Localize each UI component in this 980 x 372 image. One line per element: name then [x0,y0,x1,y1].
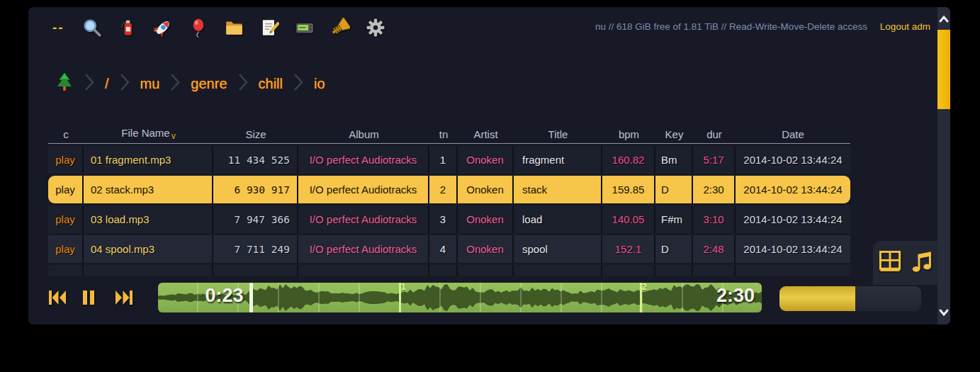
pause-button[interactable] [81,289,100,306]
table-row[interactable]: play01 fragment.mp311 434 525I/O perfect… [48,146,850,174]
music-view-icon[interactable] [911,249,933,276]
cell-title: stack [514,176,602,203]
cell-tn: 3 [429,205,458,233]
gear-icon[interactable] [365,17,386,38]
cue-marker[interactable]: 2 [640,283,642,312]
cell-c[interactable]: play [48,146,84,174]
column-header[interactable]: Size [213,128,298,140]
chevron-right-icon [82,72,96,96]
column-header[interactable]: File Namev [84,127,213,141]
column-header[interactable]: tn [429,128,458,140]
scroll-up-icon[interactable] [937,10,950,28]
chevron-right-icon [236,72,250,96]
cell-bpm: 160.82 [602,146,655,174]
balloon-icon[interactable] [188,17,209,38]
chevron-right-icon [291,72,305,96]
cell-c[interactable]: play [48,205,84,233]
cell-file_name[interactable]: 02 stack.mp3 [84,176,213,203]
cell-size: 7 711 249 [213,235,298,263]
cell-size: 6 930 917 [213,176,298,203]
cell-size: 11 434 525 [213,146,298,174]
cell-size: 7 947 366 [213,205,298,233]
breadcrumb: / mu genre chill io [54,71,327,97]
breadcrumb-item[interactable]: / [103,76,111,92]
logout-link[interactable]: Logout adm [880,21,930,32]
previous-track-button[interactable] [48,289,67,306]
app-window: -- [28,7,950,325]
column-header[interactable]: dur [693,128,736,140]
volume-slider[interactable] [779,286,921,311]
cue-label: 1 [401,283,406,292]
column-header[interactable]: bpm [602,128,655,140]
breadcrumb-item[interactable]: genre [189,76,228,92]
search-icon[interactable] [81,17,103,38]
folder-icon[interactable] [223,17,244,38]
cell-album: I/O perfect Audiotracks [298,205,429,233]
cell-album: I/O perfect Audiotracks [298,235,429,263]
column-header[interactable]: Title [514,128,602,140]
table-row[interactable]: play04 spool.mp37 711 249I/O perfect Aud… [48,235,850,263]
column-header[interactable]: Key [655,128,693,140]
trumpet-icon[interactable] [330,17,351,38]
rocket-icon[interactable] [152,17,174,38]
table-body: play01 fragment.mp311 434 525I/O perfect… [48,146,850,276]
overflow-menu-button[interactable]: -- [50,20,67,35]
pager-icon[interactable] [294,17,315,38]
next-track-button[interactable] [115,289,133,306]
fire-extinguisher-icon[interactable] [117,17,138,38]
cell-artist: Onoken [458,235,514,263]
cell-c[interactable]: play [48,235,84,263]
cell-bpm: 140.05 [602,205,655,233]
cell-key: F#m [655,205,693,233]
cell-date: 2014-10-02 13:44:24 [736,205,850,233]
breadcrumb-item[interactable]: chill [257,76,284,92]
cell-dur: 2:48 [693,235,736,263]
cell-bpm: 152.1 [602,235,655,263]
cell-album: I/O perfect Audiotracks [298,176,429,203]
column-header[interactable]: Album [298,128,429,140]
playhead[interactable] [249,283,253,312]
tree-icon[interactable] [54,71,75,97]
table-row [48,265,850,276]
cell-tn: 2 [429,176,458,203]
column-header[interactable]: c [48,128,84,140]
cell-file_name[interactable]: 04 spool.mp3 [84,235,213,263]
table-row[interactable]: play03 load.mp37 947 366I/O perfect Audi… [48,205,850,233]
table-header: cFile NamevSizeAlbumtnArtistTitlebpmKeyd… [48,125,850,144]
cell-file_name[interactable]: 01 fragment.mp3 [84,146,213,174]
scroll-down-icon[interactable] [937,303,950,322]
scrollbar-thumb[interactable] [937,30,950,109]
cue-marker[interactable]: 1 [399,283,401,312]
cell-artist: Onoken [458,205,514,233]
table-view-icon[interactable] [878,249,902,277]
chevron-right-icon [118,72,132,96]
cell-artist: Onoken [458,176,514,203]
breadcrumb-item[interactable]: mu [139,76,162,92]
cell-title: load [514,205,602,233]
cell-file_name[interactable]: 03 load.mp3 [84,205,213,233]
cell-date: 2014-10-02 13:44:24 [736,176,850,203]
cell-dur: 5:17 [693,146,736,174]
cell-tn: 1 [429,146,458,174]
cell-tn: 4 [429,235,458,263]
current-time: 0:23 [187,285,244,307]
column-header[interactable]: Date [736,128,850,140]
column-header[interactable]: Artist [458,128,514,140]
waveform-gridlines [158,283,762,312]
waveform-seekbar[interactable]: 12 0:23 2:30 [158,283,762,312]
cell-artist: Onoken [458,146,514,174]
memo-icon[interactable] [259,17,280,38]
cell-title: fragment [514,146,602,174]
statusbar: nu // 618 GiB free of 1.81 TiB // Read-W… [595,21,930,32]
cell-title: spool [514,235,602,263]
cell-key: D [655,235,693,263]
player-controls [48,289,133,306]
cell-date: 2014-10-02 13:44:24 [736,235,850,263]
volume-fill [779,286,855,311]
cell-c[interactable]: play [48,176,84,203]
breadcrumb-item[interactable]: io [312,76,327,92]
scrollbar[interactable] [937,7,950,325]
page: -- [0,0,980,372]
sort-indicator-icon: v [171,131,176,141]
table-row[interactable]: play02 stack.mp36 930 917I/O perfect Aud… [48,176,850,203]
